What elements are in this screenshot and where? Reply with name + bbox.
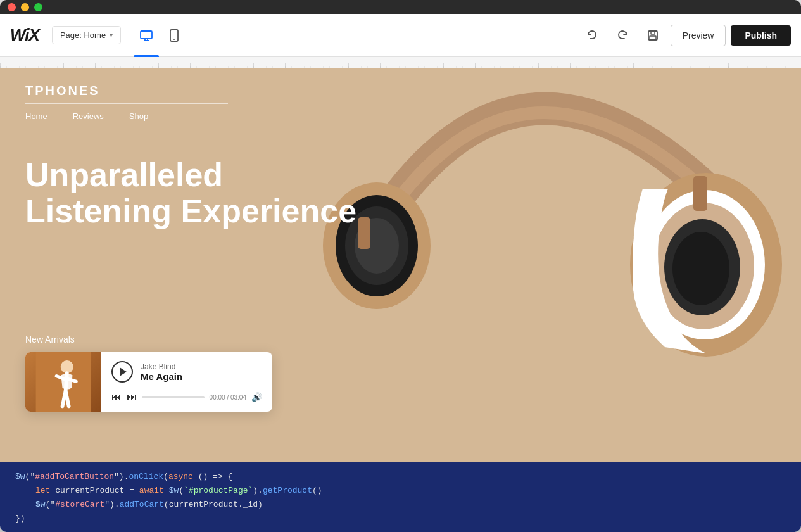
publish-button[interactable]: Publish: [731, 25, 791, 46]
save-button[interactable]: [640, 23, 665, 48]
canvas-area: TPHONES Home Reviews Shop Unparalleled L…: [0, 68, 801, 532]
brand-divider: [25, 103, 228, 104]
artist-name: Jake Blind: [141, 362, 182, 371]
player-controls: ⏮ ⏭ 00:00 / 03:04 🔊: [111, 391, 262, 403]
nav-link-reviews[interactable]: Reviews: [73, 111, 104, 121]
maximize-button[interactable]: [34, 3, 42, 11]
new-arrivals-label: New Arrivals: [25, 334, 272, 345]
code-selector-2: $w: [169, 486, 179, 495]
player-thumbnail: [25, 352, 101, 412]
code-selector-1: $w: [15, 472, 25, 481]
code-line-2: let currentProduct = await $w(`#productP…: [15, 484, 786, 498]
new-arrivals-section: New Arrivals: [25, 334, 272, 412]
page-label: Page: Home: [60, 30, 106, 40]
save-icon: [646, 29, 659, 42]
code-selector-3: $w: [35, 500, 46, 509]
runner-figure: [25, 352, 101, 412]
prev-button[interactable]: ⏮: [111, 391, 122, 403]
code-line-3: $w("#storeCart").addToCart(currentProduc…: [15, 498, 786, 512]
view-toggles: [134, 23, 187, 48]
toolbar-actions: Preview Publish: [579, 23, 791, 48]
site-preview: TPHONES Home Reviews Shop Unparalleled L…: [0, 68, 801, 462]
headphones-illustration: [282, 68, 801, 462]
svg-point-23: [672, 232, 729, 305]
play-icon: [120, 367, 127, 376]
nav-links: Home Reviews Shop: [25, 111, 776, 121]
svg-rect-0: [141, 31, 152, 39]
close-button[interactable]: [8, 3, 16, 11]
svg-rect-25: [693, 176, 707, 211]
undo-button[interactable]: [579, 23, 605, 48]
app-window: WiX Page: Home ▾: [0, 0, 801, 532]
nav-link-shop[interactable]: Shop: [129, 111, 148, 121]
desktop-view-button[interactable]: [134, 23, 159, 48]
code-line-4: }): [15, 512, 786, 526]
mobile-icon: [168, 28, 180, 42]
play-button[interactable]: [111, 361, 133, 383]
mobile-view-button[interactable]: [161, 23, 187, 48]
hero-line1: Unparalleled: [25, 156, 223, 193]
code-kw-await: await: [139, 486, 164, 495]
hero-heading: Unparalleled Listening Experience: [25, 157, 356, 229]
chevron-down-icon: ▾: [110, 32, 113, 39]
code-fn-1: onClick: [129, 472, 163, 481]
total-time: 03:04: [230, 394, 246, 401]
title-bar: [0, 0, 801, 14]
player-header: Jake Blind Me Again: [111, 361, 262, 383]
code-id-2: `#productPage`: [184, 486, 253, 495]
code-kw-async: async: [168, 472, 193, 481]
svg-rect-8: [650, 36, 656, 39]
player-content: Jake Blind Me Again ⏮ ⏭ 00:00: [101, 352, 272, 412]
desktop-icon: [139, 28, 153, 42]
brand-title: TPHONES: [25, 84, 776, 98]
minimize-button[interactable]: [21, 3, 29, 11]
music-player: Jake Blind Me Again ⏮ ⏭ 00:00: [25, 352, 272, 412]
time-display: 00:00 / 03:04: [210, 394, 246, 401]
code-id-3: #storeCart: [55, 500, 104, 509]
toolbar: WiX Page: Home ▾: [0, 14, 801, 57]
track-name: Me Again: [141, 371, 182, 382]
site-nav: TPHONES Home Reviews Shop: [0, 68, 801, 121]
undo-icon: [586, 29, 598, 42]
next-button[interactable]: ⏭: [127, 391, 137, 403]
volume-icon[interactable]: 🔊: [251, 392, 262, 402]
wix-logo: WiX: [10, 25, 39, 45]
preview-button[interactable]: Preview: [671, 25, 726, 46]
hero-text: Unparalleled Listening Experience: [25, 157, 356, 229]
page-selector[interactable]: Page: Home ▾: [52, 26, 121, 44]
hero-line2: Listening Experience: [25, 193, 356, 229]
code-kw-let: let: [35, 486, 50, 495]
svg-rect-24: [358, 217, 370, 249]
redo-icon: [616, 29, 629, 42]
current-time: 00:00: [210, 394, 225, 401]
code-close: }): [15, 514, 25, 523]
nav-link-home[interactable]: Home: [25, 111, 47, 121]
redo-button[interactable]: [610, 23, 635, 48]
ruler: // Ruler ticks will be drawn inline: [0, 57, 801, 68]
svg-rect-7: [651, 31, 655, 34]
code-fn-2: getProduct: [263, 486, 312, 495]
svg-rect-13: [0, 57, 801, 68]
svg-point-5: [173, 39, 175, 40]
code-id-1: #addToCartButton: [35, 472, 114, 481]
ruler-ticks: [0, 57, 801, 68]
code-fn-3: addToCart: [120, 500, 164, 509]
code-line-1: $w("#addToCartButton").onClick(async () …: [15, 470, 786, 484]
track-info: Jake Blind Me Again: [141, 362, 182, 382]
code-panel: $w("#addToCartButton").onClick(async () …: [0, 462, 801, 532]
progress-bar[interactable]: [142, 396, 205, 398]
svg-point-27: [61, 360, 73, 373]
